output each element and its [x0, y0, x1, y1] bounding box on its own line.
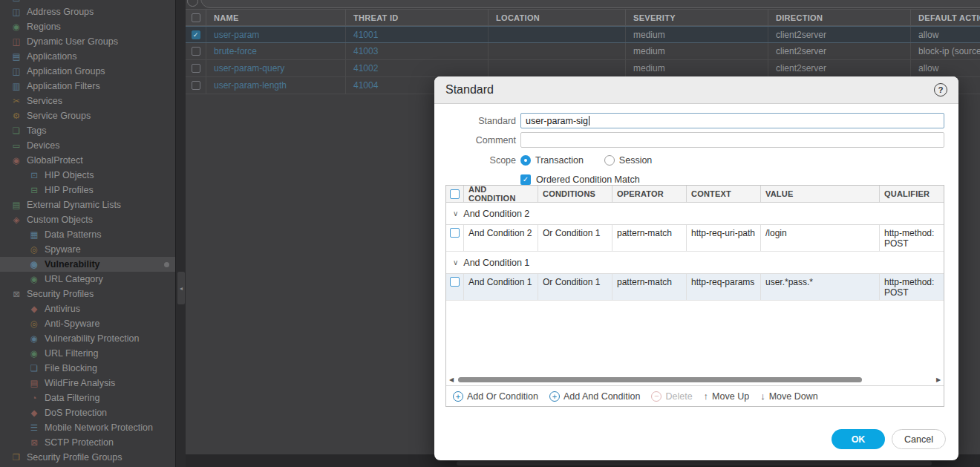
plus-circle-icon: + [549, 391, 560, 402]
name-link[interactable]: user-param-length [214, 80, 287, 91]
sidebar-item-vulnerability[interactable]: ◉Vulnerability [0, 257, 175, 272]
condition-row[interactable]: And Condition 1 Or Condition 1 pattern-m… [446, 274, 944, 301]
conditions-select-all-checkbox[interactable] [450, 189, 460, 199]
column-header-location[interactable]: LOCATION [489, 10, 626, 25]
ordered-condition-checkbox[interactable]: ✓ [520, 174, 531, 185]
column-header-conditions[interactable]: CONDITIONS [538, 186, 612, 202]
sidebar-item-devices[interactable]: ▭Devices [0, 138, 175, 153]
condition-checkbox[interactable] [450, 228, 460, 238]
select-all-checkbox[interactable] [192, 13, 200, 22]
comment-input[interactable] [520, 132, 944, 148]
sidebar-item-address-groups[interactable]: ◫Address Groups [0, 4, 175, 19]
data-filtering-icon: ◔ [27, 393, 41, 402]
table-row[interactable]: user-param-query 41002 medium client2ser… [186, 60, 980, 77]
sidebar-item-service-groups[interactable]: ⚙Service Groups [0, 108, 175, 123]
mobile-network-protection-icon: ☰ [27, 422, 41, 433]
condition-group-row[interactable]: ∨ And Condition 1 [446, 252, 944, 274]
column-header-name[interactable]: NAME [206, 10, 346, 25]
threat-id-link[interactable]: 41004 [353, 80, 378, 91]
scroll-right-icon[interactable]: ▶ [935, 376, 941, 383]
sidebar-item-data-patterns[interactable]: ▦Data Patterns [0, 227, 175, 242]
ok-button[interactable]: OK [832, 429, 885, 449]
sidebar-item-anti-spyware[interactable]: ◎Anti-Spyware [0, 316, 175, 331]
move-down-button[interactable]: ↓Move Down [760, 391, 818, 402]
column-header-and-condition[interactable]: AND CONDITION [464, 186, 538, 202]
threat-id-link[interactable]: 41002 [353, 63, 378, 74]
sidebar-item-services[interactable]: ✂Services [0, 94, 175, 108]
row-checkbox[interactable] [192, 81, 200, 90]
chevron-down-icon[interactable]: ∨ [453, 258, 458, 267]
sidebar-item-application-groups[interactable]: ◫Application Groups [0, 64, 175, 79]
sidebar-item-custom-objects[interactable]: ◈Custom Objects [0, 212, 175, 227]
sidebar-item-url-filtering[interactable]: ◉URL Filtering [0, 346, 175, 361]
sidebar-item-sctp-protection[interactable]: ⊠SCTP Protection [0, 435, 175, 450]
condition-group-row[interactable]: ∨ And Condition 2 [446, 203, 944, 225]
scroll-left-icon[interactable]: ◀ [448, 376, 454, 383]
standard-name-input[interactable] [520, 113, 944, 128]
sidebar-item-mobile-network-protection[interactable]: ☰Mobile Network Protection [0, 420, 175, 435]
threat-id-link[interactable]: 41001 [353, 30, 378, 40]
scrollbar-thumb[interactable] [458, 377, 862, 382]
chevron-down-icon[interactable]: ∨ [453, 209, 458, 218]
column-header-context[interactable]: CONTEXT [687, 186, 761, 202]
sidebar-item-dynamic-user-groups[interactable]: ◫Dynamic User Groups [0, 34, 175, 49]
sidebar-item-antivirus[interactable]: ◆Antivirus [0, 301, 175, 316]
sidebar-item-vulnerability-protection[interactable]: ◉Vulnerability Protection [0, 331, 175, 346]
sidebar-item-applications[interactable]: ▤Applications [0, 49, 175, 64]
column-header-operator[interactable]: OPERATOR [612, 186, 687, 202]
sidebar-item-application-filters[interactable]: ▥Application Filters [0, 79, 175, 94]
sidebar-collapse-handle[interactable]: ◂ [177, 272, 185, 304]
column-header-direction[interactable]: DIRECTION [768, 10, 911, 25]
condition-checkbox[interactable] [450, 277, 460, 287]
sidebar-item-file-blocking[interactable]: ❏File Blocking [0, 361, 175, 376]
sidebar-item-url-category[interactable]: ◉URL Category [0, 272, 175, 287]
sidebar-item-external-dynamic-lists[interactable]: ▤External Dynamic Lists [0, 197, 175, 212]
sidebar-item-wildfire-analysis[interactable]: ▤WildFire Analysis [0, 376, 175, 391]
sidebar-item-label: Tags [27, 125, 46, 136]
sidebar-item-label: Applications [27, 51, 76, 62]
delete-button[interactable]: −Delete [651, 391, 692, 402]
scope-session-radio[interactable] [604, 155, 615, 166]
sidebar-item-hip-objects[interactable]: ⊡HIP Objects [0, 168, 175, 183]
add-or-condition-button[interactable]: +Add Or Condition [453, 391, 538, 402]
row-checkbox[interactable] [192, 64, 200, 73]
sidebar-item-tags[interactable]: ❏Tags [0, 123, 175, 138]
row-checkbox[interactable]: ✓ [192, 30, 200, 39]
move-up-button[interactable]: ↑Move Up [704, 391, 750, 402]
sidebar-item-dos-protection[interactable]: ◆DoS Protection [0, 405, 175, 420]
value-cell: /login [761, 225, 880, 251]
security-profiles-icon: ⊠ [10, 289, 23, 299]
sidebar-item-globalprotect[interactable]: ◉GlobalProtect [0, 153, 175, 168]
sidebar-item-label: Regions [27, 22, 61, 32]
column-header-qualifier[interactable]: QUALIFIER [880, 186, 944, 202]
column-header-severity[interactable]: SEVERITY [626, 10, 768, 25]
column-header-default-action[interactable]: DEFAULT ACTION [911, 10, 980, 25]
sidebar-item-label: Data Patterns [45, 229, 101, 240]
severity-cell: medium [626, 43, 768, 59]
conditions-empty-area [446, 301, 944, 374]
cancel-button[interactable]: Cancel [892, 429, 946, 449]
name-link[interactable]: brute-force [214, 46, 257, 56]
row-checkbox[interactable] [192, 47, 200, 56]
dynamic-user-groups-icon: ◫ [10, 36, 23, 47]
threat-id-link[interactable]: 41003 [353, 46, 378, 56]
condition-row[interactable]: And Condition 2 Or Condition 1 pattern-m… [446, 225, 944, 252]
name-link[interactable]: user-param [214, 30, 259, 40]
sidebar-item-security-profile-groups[interactable]: ❐Security Profile Groups [0, 450, 175, 465]
table-row[interactable]: brute-force 41003 medium client2server b… [186, 43, 980, 60]
row-select-cell [186, 77, 206, 94]
name-link[interactable]: user-param-query [214, 63, 284, 74]
sidebar-item-data-filtering[interactable]: ◔Data Filtering [0, 391, 175, 405]
column-header-threat-id[interactable]: THREAT ID [346, 10, 489, 25]
table-row[interactable]: ✓ user-param 41001 medium client2server … [186, 26, 980, 43]
sidebar-item-spyware[interactable]: ◎Spyware [0, 242, 175, 257]
sidebar-item-hip-profiles[interactable]: ⊟HIP Profiles [0, 183, 175, 197]
scope-transaction-radio[interactable] [520, 155, 531, 166]
help-icon[interactable]: ? [934, 83, 947, 97]
sidebar-item-label: Vulnerability [45, 259, 100, 270]
add-and-condition-button[interactable]: +Add And Condition [549, 391, 641, 402]
search-input[interactable] [200, 0, 980, 8]
sidebar-item-security-profiles[interactable]: ⊠Security Profiles [0, 287, 175, 301]
sidebar-item-regions[interactable]: ◉Regions [0, 19, 175, 34]
column-header-value[interactable]: VALUE [761, 186, 880, 202]
